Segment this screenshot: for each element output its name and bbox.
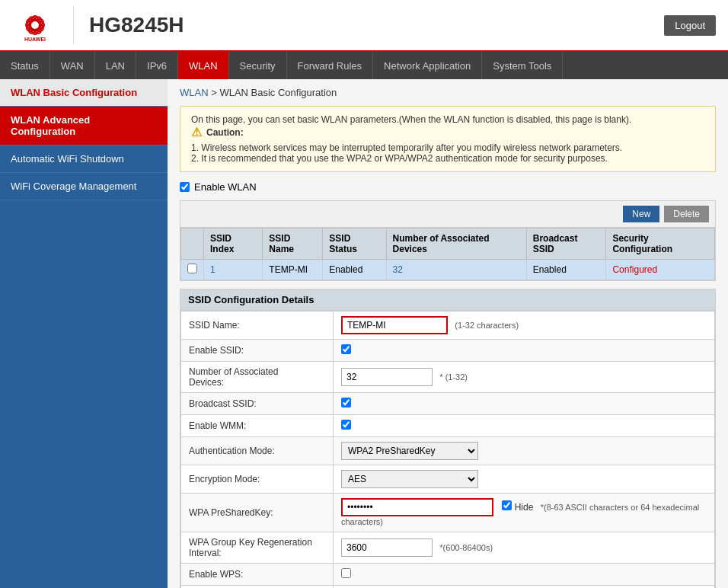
enable-ssid-label: Enable SSID: (181, 340, 334, 362)
psk-cell: Hide *(8-63 ASCII characters or 64 hexad… (334, 494, 715, 532)
auth-mode-label: Authentication Mode: (181, 437, 334, 465)
row-select-checkbox[interactable] (187, 264, 197, 273)
enc-mode-label: Encryption Mode: (181, 465, 334, 494)
col-checkbox (181, 228, 204, 260)
table-buttons: New Delete (180, 201, 715, 228)
info-main-text: On this page, you can set basic WLAN par… (191, 114, 704, 125)
logo-area: HUAWEI (12, 6, 74, 44)
psk-row: WPA PreSharedKey: Hide *(8-63 ASCII char… (181, 494, 715, 532)
config-section-title: SSID Configuration Details (180, 289, 715, 311)
enable-wlan-label: Enable WLAN (194, 181, 257, 193)
group-key-cell: *(600-86400s) (334, 532, 715, 564)
nav-ipv6[interactable]: IPv6 (136, 52, 178, 79)
nav-wlan[interactable]: WLAN (178, 52, 229, 79)
auth-mode-cell: WPA2 PreSharedKey WPA PreSharedKey WPA/W… (334, 437, 715, 465)
enable-wps-row: Enable WPS: (181, 564, 715, 586)
enc-mode-cell: AES TKIP AES+TKIP (334, 465, 715, 494)
device-name: HG8245H (89, 13, 184, 37)
caution-label: Caution: (206, 127, 244, 138)
ssid-name-hint: (1-32 characters) (455, 321, 519, 330)
broadcast-ssid-row: Broadcast SSID: (181, 393, 715, 415)
sidebar-item-auto-shutdown[interactable]: Automatic WiFi Shutdown (0, 145, 168, 173)
group-key-label: WPA Group Key Regeneration Interval: (181, 532, 334, 564)
enable-wmm-label: Enable WMM: (181, 415, 334, 437)
num-devices-hint: * (1-32) (439, 372, 468, 382)
breadcrumb: WLAN > WLAN Basic Configuration (180, 87, 716, 98)
auth-mode-select[interactable]: WPA2 PreSharedKey WPA PreSharedKey WPA/W… (341, 442, 478, 460)
wps-mode-cell: PBC PIN (334, 586, 715, 589)
delete-button[interactable]: Delete (664, 206, 709, 222)
enc-mode-select[interactable]: AES TKIP AES+TKIP (341, 470, 478, 488)
ssid-name-cell: (1-32 characters) (334, 312, 715, 340)
info-note1: 1. Wireless network services may be inte… (191, 142, 704, 153)
top-nav: Status WAN LAN IPv6 WLAN Security Forwar… (0, 52, 728, 79)
enable-wps-cell (334, 564, 715, 586)
col-associated-devices: Number of Associated Devices (386, 228, 526, 260)
nav-lan[interactable]: LAN (95, 52, 136, 79)
group-key-input[interactable] (341, 538, 433, 557)
sidebar: WLAN Basic Configuration WLAN Advanced C… (0, 79, 168, 588)
svg-text:HUAWEI: HUAWEI (24, 37, 46, 42)
nav-system-tools[interactable]: System Tools (482, 52, 563, 79)
ssid-name-row: SSID Name: (1-32 characters) (181, 312, 715, 340)
header: HUAWEI HG8245H Logout (0, 0, 728, 52)
row-checkbox[interactable] (181, 260, 204, 280)
caution-row: ⚠ Caution: (191, 125, 704, 139)
col-ssid-index: SSID Index (204, 228, 263, 260)
sidebar-item-wlan-basic[interactable]: WLAN Basic Configuration (0, 79, 168, 107)
enable-ssid-cell (334, 340, 715, 362)
breadcrumb-root[interactable]: WLAN (180, 87, 209, 98)
group-key-row: WPA Group Key Regeneration Interval: *(6… (181, 532, 715, 564)
num-devices-input[interactable] (341, 368, 433, 386)
broadcast-ssid-checkbox[interactable] (341, 398, 351, 407)
num-devices-label: Number of Associated Devices: (181, 362, 334, 393)
breadcrumb-separator: > (211, 87, 219, 98)
ssid-name-label: SSID Name: (181, 312, 334, 340)
caution-icon: ⚠ (191, 125, 202, 139)
logout-button[interactable]: Logout (664, 15, 716, 36)
nav-security[interactable]: Security (229, 52, 287, 79)
enable-wlan-checkbox[interactable] (180, 182, 190, 192)
enable-wlan-row: Enable WLAN (180, 181, 716, 193)
enc-mode-row: Encryption Mode: AES TKIP AES+TKIP (181, 465, 715, 494)
enable-wps-checkbox[interactable] (341, 568, 351, 578)
row-broadcast: Enabled (526, 260, 606, 280)
col-security-config: Security Configuration (606, 228, 715, 260)
nav-forward-rules[interactable]: Forward Rules (287, 52, 374, 79)
nav-network-application[interactable]: Network Application (373, 52, 482, 79)
enable-ssid-checkbox[interactable] (341, 344, 351, 354)
sidebar-item-wlan-advanced[interactable]: WLAN Advanced Configuration (0, 107, 168, 145)
enable-wps-label: Enable WPS: (181, 564, 334, 586)
col-broadcast-ssid: Broadcast SSID (526, 228, 606, 260)
num-devices-row: Number of Associated Devices: * (1-32) (181, 362, 715, 393)
row-associated[interactable]: 32 (386, 260, 526, 280)
enable-ssid-row: Enable SSID: (181, 340, 715, 362)
new-button[interactable]: New (623, 206, 659, 222)
auth-mode-row: Authentication Mode: WPA2 PreSharedKey W… (181, 437, 715, 465)
col-ssid-status: SSID Status (323, 228, 386, 260)
ssid-config-section: SSID Configuration Details SSID Name: (1… (180, 289, 716, 588)
info-note2: 2. It is recommended that you use the WP… (191, 153, 704, 164)
psk-label: WPA PreSharedKey: (181, 494, 334, 532)
broadcast-ssid-cell (334, 393, 715, 415)
psk-input[interactable] (341, 498, 493, 516)
huawei-logo: HUAWEI (12, 6, 58, 44)
ssid-name-input[interactable] (341, 316, 448, 334)
ssid-table: SSID Index SSID Name SSID Status Number … (180, 228, 715, 280)
main-layout: WLAN Basic Configuration WLAN Advanced C… (0, 79, 728, 588)
sidebar-item-wifi-coverage[interactable]: WiFi Coverage Management (0, 173, 168, 200)
psk-hide-checkbox[interactable] (502, 500, 512, 510)
broadcast-ssid-label: Broadcast SSID: (181, 393, 334, 415)
enable-wmm-checkbox[interactable] (341, 420, 351, 430)
col-ssid-name: SSID Name (263, 228, 323, 260)
nav-wan[interactable]: WAN (50, 52, 95, 79)
main-content: WLAN > WLAN Basic Configuration On this … (168, 79, 728, 588)
row-security[interactable]: Configured (606, 260, 715, 280)
wps-mode-label: WPS Mode: (181, 586, 334, 589)
row-name: TEMP-MI (263, 260, 323, 280)
nav-status[interactable]: Status (0, 52, 50, 79)
table-row[interactable]: 1 TEMP-MI Enabled 32 Enabled Configured (181, 260, 715, 280)
row-index[interactable]: 1 (204, 260, 263, 280)
psk-hide-label: Hide (515, 502, 534, 513)
enable-wmm-cell (334, 415, 715, 437)
